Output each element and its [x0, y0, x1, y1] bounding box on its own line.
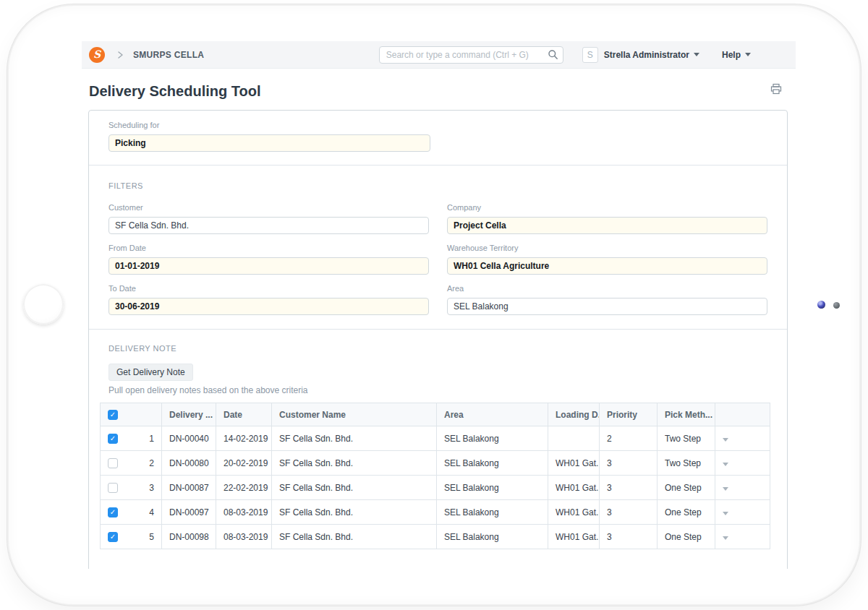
cell-pick-method[interactable]: Two Step	[658, 451, 715, 476]
row-dropdown-icon[interactable]	[723, 487, 728, 491]
cell-loading-dock[interactable]	[548, 426, 600, 451]
home-button[interactable]	[23, 284, 64, 325]
row-index: 2	[149, 458, 154, 468]
row-checkbox[interactable]: ✓	[108, 434, 118, 444]
cell-date[interactable]: 08-03-2019	[216, 525, 272, 549]
row-dropdown-icon[interactable]	[723, 463, 728, 466]
app-logo-icon[interactable]: S	[89, 47, 105, 63]
col-date: Date	[216, 403, 272, 426]
cell-date[interactable]: 14-02-2019	[216, 426, 272, 451]
scheduling-for-select[interactable]: Picking	[109, 134, 430, 152]
search-box	[379, 46, 563, 64]
col-loading-dock: Loading D...	[548, 403, 600, 426]
camera-dot-icon	[817, 301, 825, 309]
col-priority: Priority	[600, 403, 658, 426]
get-delivery-note-button[interactable]: Get Delivery Note	[109, 364, 193, 381]
sensor-dot-icon	[833, 302, 840, 309]
table-row[interactable]: 3 DN-00087 22-02-2019 SF Cella Sdn. Bhd.…	[101, 476, 770, 500]
cell-priority[interactable]: 3	[600, 451, 658, 476]
cell-priority[interactable]: 3	[600, 500, 658, 525]
field-to-date: To Date 30-06-2019	[109, 284, 429, 315]
field-area: Area SEL Balakong	[447, 284, 767, 315]
company-label: Company	[447, 203, 767, 212]
cell-delivery-note[interactable]: DN-00087	[162, 476, 216, 500]
section-delivery-note: DELIVERY NOTE Get Delivery Note Pull ope…	[89, 329, 787, 569]
cell-pick-method[interactable]: One Step	[658, 476, 715, 500]
area-label: Area	[447, 284, 767, 293]
cell-date[interactable]: 08-03-2019	[216, 500, 272, 525]
search-input[interactable]	[379, 46, 563, 64]
from-date-input[interactable]: 01-01-2019	[109, 257, 429, 275]
col-delivery-note: Delivery ...	[162, 403, 216, 426]
cell-area[interactable]: SEL Balakong	[437, 476, 548, 500]
row-index: 3	[149, 483, 154, 493]
row-dropdown-icon[interactable]	[723, 512, 728, 515]
row-dropdown-icon[interactable]	[723, 536, 728, 540]
chevron-right-icon	[116, 51, 124, 59]
cell-delivery-note[interactable]: DN-00040	[162, 426, 216, 451]
cell-delivery-note[interactable]: DN-00080	[162, 451, 216, 476]
cell-loading-dock[interactable]: WH01 Gat...	[548, 525, 600, 549]
app-screen: S SMURPS CELLA S Strella Administrator H…	[82, 41, 796, 569]
customer-label: Customer	[109, 203, 429, 212]
cell-area[interactable]: SEL Balakong	[437, 500, 548, 525]
navbar-right: S Strella Administrator Help	[582, 47, 751, 63]
area-input[interactable]: SEL Balakong	[447, 298, 767, 315]
warehouse-territory-input[interactable]: WH01 Cella Agriculture	[447, 257, 767, 275]
row-index: 4	[149, 507, 154, 517]
table-row[interactable]: ✓1 DN-00040 14-02-2019 SF Cella Sdn. Bhd…	[101, 426, 770, 451]
cell-date[interactable]: 20-02-2019	[216, 451, 272, 476]
cell-customer-name[interactable]: SF Cella Sdn. Bhd.	[272, 476, 437, 500]
page-header: Delivery Scheduling Tool	[82, 69, 796, 101]
cell-priority[interactable]: 3	[600, 476, 658, 500]
avatar[interactable]: S	[582, 47, 598, 63]
cell-loading-dock[interactable]: WH01 Gat...	[548, 451, 600, 476]
user-menu[interactable]: Strella Administrator	[604, 50, 699, 60]
page-title: Delivery Scheduling Tool	[89, 81, 783, 101]
cell-customer-name[interactable]: SF Cella Sdn. Bhd.	[272, 525, 437, 549]
row-index: 1	[149, 434, 154, 444]
cell-pick-method[interactable]: One Step	[658, 525, 715, 549]
cell-area[interactable]: SEL Balakong	[437, 525, 548, 549]
row-checkbox[interactable]	[108, 483, 118, 493]
table-header-row: ✓ Delivery ... Date Customer Name Area L…	[101, 403, 770, 426]
table-row[interactable]: ✓4 DN-00097 08-03-2019 SF Cella Sdn. Bhd…	[101, 500, 770, 525]
cell-priority[interactable]: 3	[600, 525, 658, 549]
cell-customer-name[interactable]: SF Cella Sdn. Bhd.	[272, 451, 437, 476]
from-date-label: From Date	[109, 244, 429, 253]
section-filters: FILTERS Customer SF Cella Sdn. Bhd. Comp…	[89, 165, 787, 329]
print-button[interactable]	[770, 83, 782, 95]
row-index: 5	[149, 532, 154, 542]
cell-loading-dock[interactable]: WH01 Gat...	[548, 500, 600, 525]
cell-customer-name[interactable]: SF Cella Sdn. Bhd.	[272, 426, 437, 451]
customer-input[interactable]: SF Cella Sdn. Bhd.	[109, 217, 429, 234]
cell-priority[interactable]: 2	[600, 426, 658, 451]
cell-area[interactable]: SEL Balakong	[437, 426, 548, 451]
row-checkbox[interactable]	[108, 458, 118, 468]
to-date-input[interactable]: 30-06-2019	[109, 298, 429, 315]
form-card: Scheduling for Picking FILTERS Customer …	[88, 110, 788, 569]
cell-area[interactable]: SEL Balakong	[437, 451, 548, 476]
row-dropdown-icon[interactable]	[723, 438, 728, 442]
breadcrumb[interactable]: SMURPS CELLA	[133, 50, 204, 60]
row-checkbox[interactable]: ✓	[108, 532, 118, 542]
help-menu[interactable]: Help	[722, 50, 751, 60]
cell-delivery-note[interactable]: DN-00098	[162, 525, 216, 549]
select-all-checkbox[interactable]: ✓	[108, 410, 118, 420]
search-icon[interactable]	[548, 49, 558, 60]
row-checkbox[interactable]: ✓	[108, 507, 118, 517]
table-row[interactable]: 2 DN-00080 20-02-2019 SF Cella Sdn. Bhd.…	[101, 451, 770, 476]
delivery-note-section-label: DELIVERY NOTE	[109, 344, 776, 353]
cell-pick-method[interactable]: One Step	[658, 500, 715, 525]
cell-date[interactable]: 22-02-2019	[216, 476, 272, 500]
cell-pick-method[interactable]: Two Step	[658, 426, 715, 451]
scheduling-for-label: Scheduling for	[109, 121, 767, 130]
field-from-date: From Date 01-01-2019	[109, 244, 429, 275]
filters-grid: Customer SF Cella Sdn. Bhd. Company Proj…	[109, 203, 767, 325]
table-row[interactable]: ✓5 DN-00098 08-03-2019 SF Cella Sdn. Bhd…	[101, 525, 770, 549]
cell-customer-name[interactable]: SF Cella Sdn. Bhd.	[272, 500, 437, 525]
delivery-note-helper-text: Pull open delivery notes based on the ab…	[109, 385, 776, 396]
cell-delivery-note[interactable]: DN-00097	[162, 500, 216, 525]
company-input[interactable]: Project Cella	[447, 217, 767, 234]
cell-loading-dock[interactable]: WH01 Gat...	[548, 476, 600, 500]
